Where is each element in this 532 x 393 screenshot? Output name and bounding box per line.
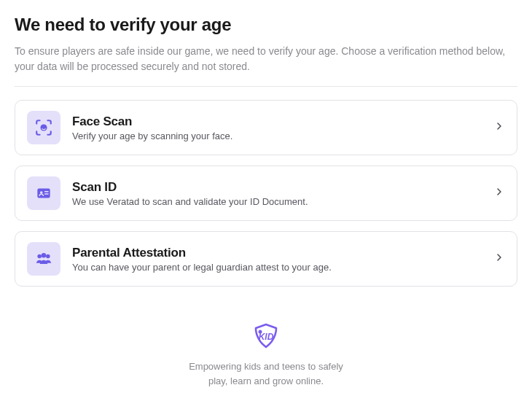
footer-line-2: play, learn and grow online. <box>15 374 517 389</box>
option-title: Face Scan <box>72 114 493 129</box>
option-text: Scan ID We use Veratad to scan and valid… <box>72 180 493 207</box>
option-description: We use Veratad to scan and validate your… <box>72 196 493 207</box>
svg-rect-3 <box>37 189 50 198</box>
footer-line-1: Empowering kids and teens to safely <box>15 359 517 374</box>
svg-point-1 <box>42 126 43 128</box>
kid-logo-icon: KID <box>250 323 282 352</box>
scan-id-icon <box>27 176 60 210</box>
option-face-scan[interactable]: Face Scan Verify your age by scanning yo… <box>15 100 517 155</box>
option-scan-id[interactable]: Scan ID We use Veratad to scan and valid… <box>15 166 517 221</box>
parental-icon <box>27 242 60 276</box>
svg-point-7 <box>37 254 42 259</box>
option-text: Face Scan Verify your age by scanning yo… <box>72 114 493 141</box>
svg-point-8 <box>46 254 50 259</box>
verification-options: Face Scan Verify your age by scanning yo… <box>15 100 517 287</box>
option-parental-attestation[interactable]: Parental Attestation You can have your p… <box>15 231 517 287</box>
svg-text:KID: KID <box>259 332 274 342</box>
svg-point-4 <box>40 191 42 193</box>
chevron-right-icon <box>493 186 505 201</box>
svg-point-2 <box>44 126 46 128</box>
option-title: Scan ID <box>72 180 493 195</box>
footer-text: Empowering kids and teens to safely play… <box>15 359 517 388</box>
option-title: Parental Attestation <box>72 246 493 260</box>
page-title: We need to verify your age <box>15 15 517 35</box>
chevron-right-icon <box>493 120 505 135</box>
chevron-right-icon <box>493 252 505 266</box>
face-scan-icon <box>27 111 60 144</box>
page-subtitle: To ensure players are safe inside our ga… <box>15 44 517 87</box>
footer: KID Empowering kids and teens to safely … <box>15 323 517 388</box>
option-description: Verify your age by scanning your face. <box>72 131 493 141</box>
option-description: You can have your parent or legal guardi… <box>72 262 493 273</box>
option-text: Parental Attestation You can have your p… <box>72 246 493 273</box>
svg-point-9 <box>42 253 47 258</box>
